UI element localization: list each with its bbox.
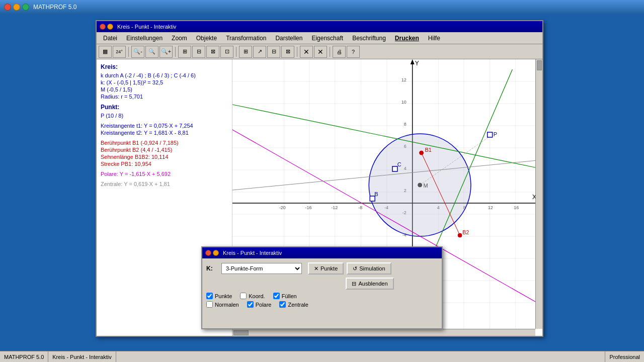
cb-koord[interactable]: Koord. [240,293,265,299]
point-P-marker[interactable] [488,132,493,137]
tb-select-btn[interactable]: ⊞ [178,46,191,58]
status-app-text: MATHPROF 5.0 [4,354,44,360]
label-B: B [374,191,378,197]
label-M: M [424,183,428,189]
tb-pan-btn[interactable]: ⊟ [192,46,205,58]
checkbox-group-2: Normalen Polare Zentrale [206,301,438,308]
tb-coord-btn[interactable]: 24° [113,46,126,58]
vertical-scrollbar[interactable] [535,59,542,329]
strecke: Strecke PB1: 10,954 [101,161,228,167]
cb-punkte-label: Punkte [215,293,232,299]
cb-normalen[interactable]: Normalen [206,301,239,308]
tb-grid-btn[interactable]: ▦ [99,46,112,58]
svg-text:Y: Y [415,60,419,67]
cb-punkte-input[interactable] [206,293,213,299]
dialog-window: Kreis - Punkt - Interaktiv K: 3-Punkte-F… [201,246,443,329]
dialog-min-btn[interactable] [213,250,219,256]
menu-zoom[interactable]: Zoom [167,33,192,43]
os-min-btn[interactable] [13,4,20,11]
x-icon: ✕ [314,265,318,272]
menu-drucken[interactable]: Drucken [390,33,424,43]
main-window-title: Kreis - Punkt - Interaktiv [117,24,176,30]
cb-polare[interactable]: Polare [247,301,272,308]
menu-transformation[interactable]: Transformation [221,33,271,43]
cb-normalen-input[interactable] [206,301,213,308]
menu-einstellungen[interactable]: Einstellungen [122,33,167,43]
status-edition-text: Professional [609,354,640,360]
k-durch: k durch A (-2 / -4) ; B (-6 / 3) ; C (-4… [101,72,228,78]
tb-aspect-btn[interactable]: ⊟ [267,46,280,58]
svg-marker-24 [411,59,415,64]
dialog-body: K: 3-Punkte-Form Mittelpunkt-Form Allgem… [202,258,442,314]
tb-expand-btn[interactable]: ⊡ [220,46,233,58]
tb-zoom-out-btn[interactable]: 🔍- [131,46,144,58]
svg-text:10: 10 [401,100,407,105]
main-title-bar: Kreis - Punkt - Interaktiv [97,21,542,32]
checkbox-group-1: Punkte Koord. Füllen [206,293,438,299]
tb-print-btn[interactable]: 🖨 [333,46,346,58]
status-bar: MATHPROF 5.0 Kreis - Punkt - Interaktiv … [0,351,644,362]
tb-zoom-1-btn[interactable]: 🔍 [145,46,158,58]
cb-fuellen[interactable]: Füllen [273,293,297,299]
horizontal-scrollbar[interactable] [232,329,535,336]
point-M[interactable] [418,183,422,187]
cb-polare-input[interactable] [247,301,254,308]
cb-fuellen-input[interactable] [273,293,280,299]
label-B1: B1 [425,147,432,153]
tb-fit-btn[interactable]: ⊠ [206,46,219,58]
svg-text:-12: -12 [331,205,338,210]
punkt-P: P (10 / 8) [101,113,228,119]
point-C-marker[interactable] [392,166,397,171]
svg-text:16: 16 [514,205,519,210]
label-C: C [397,161,401,167]
menu-datei[interactable]: Datei [99,33,122,43]
k-select[interactable]: 3-Punkte-Form Mittelpunkt-Form Allgemein… [221,263,302,274]
radius-label: Radius: r = 5,701 [101,94,228,100]
menu-darstellen[interactable]: Darstellen [271,33,307,43]
menu-objekte[interactable]: Objekte [192,33,221,43]
k-row: K: 3-Punkte-Form Mittelpunkt-Form Allgem… [206,262,438,275]
svg-text:-20: -20 [279,205,286,210]
menu-beschriftung[interactable]: Beschriftung [348,33,390,43]
simulation-btn[interactable]: ↺ Simulation [347,262,391,275]
label-B2: B2 [462,229,469,235]
label-P: P [494,131,497,137]
tb-help-btn[interactable]: ? [347,46,360,58]
ausblenden-row: ⊟ Ausblenden [206,278,438,290]
k-formel: k: (X - (-0,5 | 1,5))² = 32,5 [101,79,228,85]
kreistangente1: Kreistangente t1: Y = 0,075·X + 7,254 [101,123,228,129]
cb-zentrale[interactable]: Zentrale [279,301,308,308]
cb-koord-input[interactable] [240,293,247,299]
tb-zoom-in-btn[interactable]: 🔍+ [159,46,173,58]
cb-zentrale-label: Zentrale [288,302,308,308]
svg-text:-16: -16 [305,205,312,210]
zentrale: Zentrale: Y = 0,619·X + 1,81 [101,181,228,187]
cb-zentrale-input[interactable] [279,301,286,308]
cb-punkte[interactable]: Punkte [206,293,232,299]
menu-eigenschaft[interactable]: Eigenschaft [307,33,348,43]
main-min-btn[interactable] [107,24,113,30]
kreistangente2: Kreistangente t2: Y = 1,681·X - 8,81 [101,130,228,136]
os-title: MATHPROF 5.0 [33,4,76,11]
menu-hilfe[interactable]: Hilfe [424,33,445,43]
tb-export-btn[interactable]: ↗ [253,46,266,58]
punkte-btn[interactable]: ✕ Punkte [308,262,344,275]
dialog-close-btn[interactable] [205,250,211,256]
os-max-btn[interactable] [22,4,29,11]
ausblenden-btn[interactable]: ⊟ Ausblenden [346,278,393,290]
polare: Polare: Y = -1,615·X + 5,692 [101,171,228,177]
toolbar: ▦ 24° 🔍- 🔍 🔍+ ⊞ ⊟ ⊠ ⊡ ⊞ ↗ ⊟ ⊠ ✕ ✕ 🖨 ? [97,44,542,59]
tb-table-btn[interactable]: ⊞ [239,46,252,58]
ausblenden-btn-label: Ausblenden [358,281,387,287]
main-close-btn[interactable] [100,24,106,30]
tb-x-btn[interactable]: ✕ [314,46,327,58]
svg-text:8: 8 [404,122,407,127]
tb-frame-btn[interactable]: ⊠ [281,46,294,58]
h-scroll-thumb[interactable] [233,330,249,335]
tb-close-btn[interactable]: ✕ [300,46,313,58]
kreis-title: Kreis: [101,63,228,70]
os-close-btn[interactable] [4,4,11,11]
v-scroll-thumb[interactable] [537,60,542,70]
status-module: Kreis - Punkt - Interaktiv [48,351,116,362]
punkte-btn-label: Punkte [320,265,338,272]
